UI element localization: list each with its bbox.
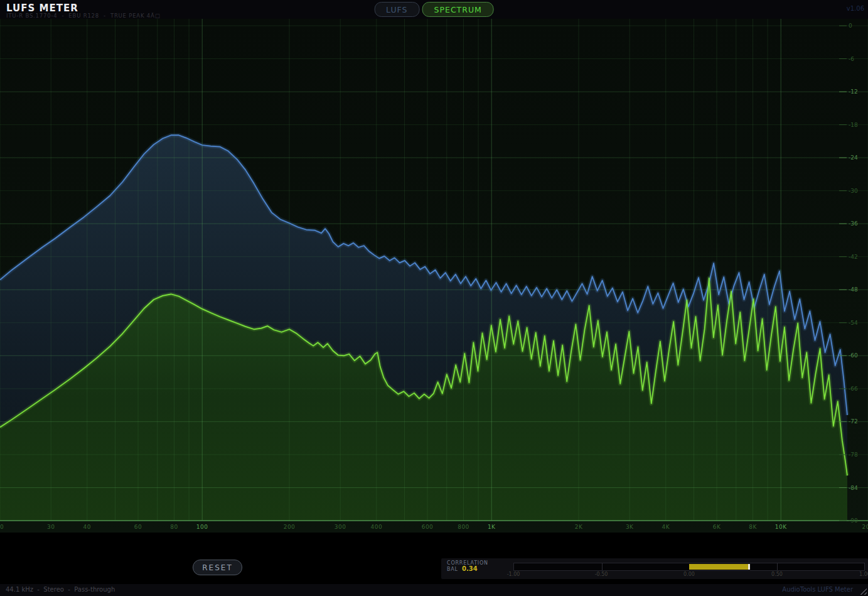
balance-label: BAL [447, 566, 458, 572]
svg-text:20: 20 [0, 524, 4, 530]
svg-text:-78: -78 [849, 452, 858, 458]
svg-text:-54: -54 [849, 320, 858, 326]
svg-text:4K: 4K [662, 524, 670, 530]
correlation-meter [513, 563, 865, 571]
svg-text:10K: 10K [775, 524, 787, 530]
version-label: v1.06 [847, 5, 864, 12]
meter-divider [777, 563, 778, 570]
resize-grip-icon[interactable] [858, 586, 867, 595]
svg-text:-36: -36 [849, 220, 858, 227]
scale-label: 0.00 [683, 572, 695, 577]
svg-text:3K: 3K [626, 524, 634, 530]
svg-text:800: 800 [458, 524, 469, 530]
svg-text:200: 200 [284, 524, 296, 530]
svg-text:1K: 1K [488, 524, 496, 530]
svg-text:0: 0 [849, 23, 852, 29]
status-bar: 44.1 kHz - Stereo - Pass-through AudioTo… [0, 584, 868, 596]
header-bar: LUFS METER ITU-R BS.1770-4 - EBU R128 - … [0, 0, 868, 19]
svg-text:6K: 6K [713, 524, 721, 530]
tab-lufs[interactable]: LUFS [374, 2, 419, 17]
svg-text:400: 400 [370, 524, 382, 530]
view-tabs: LUFS SPECTRUM [374, 2, 494, 17]
correlation-panel: CORRELATION BAL 0.34 -1.00-0.500.000.501… [441, 558, 868, 579]
svg-text:60: 60 [134, 524, 142, 530]
meter-divider [602, 563, 603, 570]
correlation-scale: -1.00-0.500.000.501.00 [513, 572, 865, 578]
svg-text:-12: -12 [849, 89, 858, 95]
svg-text:-48: -48 [849, 286, 858, 293]
reset-button[interactable]: RESET [193, 560, 242, 575]
standards-subtitle: ITU-R BS.1770-4 - EBU R128 - TRUE PEAK 4… [6, 13, 161, 19]
scale-label: -0.50 [595, 572, 608, 577]
svg-text:-18: -18 [849, 122, 858, 128]
svg-text:-60: -60 [849, 352, 858, 359]
correlation-bar-cap [748, 564, 750, 570]
svg-text:40: 40 [83, 524, 91, 530]
svg-text:100: 100 [196, 524, 208, 530]
product-name: AudioTools LUFS Meter [782, 586, 853, 593]
correlation-bar [689, 564, 749, 570]
svg-text:300: 300 [335, 524, 346, 530]
scale-label: -1.00 [507, 572, 520, 577]
svg-text:-6: -6 [849, 56, 854, 62]
svg-text:-66: -66 [849, 386, 858, 392]
svg-text:2K: 2K [575, 524, 583, 530]
svg-text:-90: -90 [849, 517, 858, 524]
svg-text:80: 80 [170, 524, 178, 530]
svg-text:-30: -30 [849, 188, 858, 194]
svg-text:20K: 20K [862, 524, 868, 530]
svg-text:-84: -84 [849, 485, 858, 491]
svg-text:30: 30 [47, 524, 55, 530]
svg-text:-42: -42 [849, 254, 858, 260]
svg-text:-24: -24 [849, 154, 858, 161]
tab-spectrum[interactable]: SPECTRUM [422, 2, 494, 17]
spectrum-svg: 0-6-12-18-24-30-36-42-48-54-60-66-72-78-… [0, 19, 868, 533]
stream-info: 44.1 kHz - Stereo - Pass-through [6, 586, 115, 593]
scale-label: 1.00 [859, 572, 868, 577]
svg-text:-72: -72 [849, 418, 858, 425]
svg-text:600: 600 [422, 524, 434, 530]
scale-label: 0.50 [771, 572, 783, 577]
spectrum-plot: 0-6-12-18-24-30-36-42-48-54-60-66-72-78-… [0, 19, 868, 533]
plugin-window: LUFS METER ITU-R BS.1770-4 - EBU R128 - … [0, 0, 868, 596]
balance-value: 0.34 [462, 565, 478, 572]
svg-text:8K: 8K [749, 524, 757, 530]
